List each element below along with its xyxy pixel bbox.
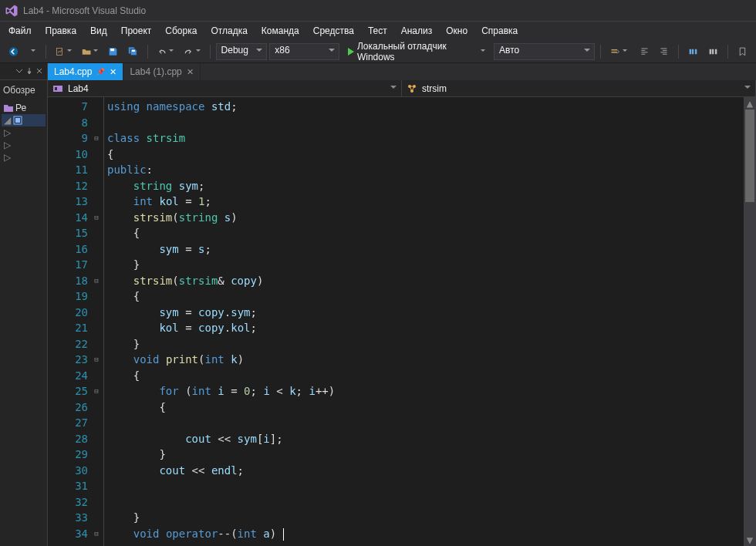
line-number: 7: [48, 99, 88, 115]
undo-button[interactable]: [154, 43, 177, 60]
menu-item-4[interactable]: Сборка: [158, 23, 204, 39]
tree-row[interactable]: ▷: [2, 151, 46, 163]
code-line[interactable]: }: [107, 336, 744, 352]
menu-item-11[interactable]: Справка: [474, 23, 525, 39]
code-line[interactable]: [107, 478, 744, 494]
nav-forward-button[interactable]: [25, 43, 40, 60]
close-icon[interactable]: ✕: [110, 67, 116, 77]
open-file-button[interactable]: [78, 43, 102, 60]
code-line[interactable]: for (int i = 0; i < k; i++): [107, 383, 744, 399]
code-line[interactable]: cout << endl;: [107, 463, 744, 479]
code-line[interactable]: }: [107, 257, 744, 273]
code-line[interactable]: using namespace std;: [107, 99, 744, 115]
start-debug-button[interactable]: Локальный отладчик Windows: [342, 43, 491, 60]
tree-label: Ре: [15, 103, 26, 113]
nav-member-dropdown[interactable]: strsim: [402, 80, 756, 96]
svg-rect-4: [612, 49, 618, 50]
fold-toggle[interactable]: ⊟: [89, 526, 103, 542]
line-number: 33: [48, 510, 88, 526]
scrollbar-thumb[interactable]: [745, 110, 754, 202]
tree-row-solution[interactable]: Ре: [2, 102, 46, 114]
redo-button[interactable]: [180, 43, 204, 60]
code-line[interactable]: [107, 115, 744, 131]
fold-toggle[interactable]: ⊟: [89, 383, 103, 399]
code-line[interactable]: {: [107, 399, 744, 416]
code-line[interactable]: void operator--(int a): [107, 526, 744, 542]
code-line[interactable]: void print(int k): [107, 352, 744, 368]
menu-item-6[interactable]: Команда: [255, 23, 306, 39]
new-file-button[interactable]: [52, 43, 76, 60]
file-tab-1[interactable]: Lab4 (1).cpp✕: [123, 63, 200, 80]
code-line[interactable]: strsim(string s): [107, 210, 744, 226]
code-line[interactable]: sym = copy.sym;: [107, 305, 744, 321]
close-icon[interactable]: ✕: [187, 67, 194, 77]
line-number: 10: [48, 147, 88, 163]
code-line[interactable]: {: [107, 368, 744, 384]
code-line[interactable]: strsim(strsim& copy): [107, 273, 744, 289]
code-line[interactable]: cout << sym[i];: [107, 431, 744, 447]
code-line[interactable]: public:: [107, 162, 744, 178]
code-line[interactable]: {: [107, 147, 744, 163]
tree-row[interactable]: ▷: [2, 139, 46, 151]
svg-rect-5: [612, 52, 618, 53]
fold-toggle[interactable]: ⊟: [89, 273, 103, 289]
code-line[interactable]: class strsim: [107, 130, 744, 147]
platform-dropdown[interactable]: x86: [269, 43, 339, 60]
code-line[interactable]: [107, 494, 744, 511]
code-line[interactable]: int kol = 1;: [107, 194, 744, 210]
menu-item-5[interactable]: Отладка: [204, 23, 254, 39]
scroll-up-arrow[interactable]: ▲: [744, 97, 756, 110]
tree-row[interactable]: ▷: [2, 126, 46, 139]
pin-icon[interactable]: [25, 67, 35, 76]
menu-item-0[interactable]: Файл: [2, 23, 39, 39]
menu-item-10[interactable]: Окно: [439, 23, 474, 39]
step-button[interactable]: [606, 43, 630, 60]
menu-item-3[interactable]: Проект: [114, 23, 159, 39]
code-line[interactable]: }: [107, 447, 744, 463]
save-all-button[interactable]: [124, 43, 142, 60]
svg-rect-3: [132, 49, 135, 51]
fold-toggle: [89, 478, 103, 494]
code-content[interactable]: using namespace std;class strsim{public:…: [104, 97, 744, 546]
thread-dropdown[interactable]: Авто: [494, 43, 595, 60]
scroll-down-arrow[interactable]: ▼: [744, 534, 756, 546]
file-tab-0[interactable]: Lab4.cpp📌✕: [48, 63, 123, 80]
code-line[interactable]: {: [107, 225, 744, 241]
bookmark-button[interactable]: [734, 43, 751, 60]
nav-scope-dropdown[interactable]: Lab4: [48, 80, 402, 96]
fold-toggle: [89, 320, 103, 336]
code-line[interactable]: {: [107, 288, 744, 305]
menu-item-8[interactable]: Тест: [361, 23, 394, 39]
save-button[interactable]: [104, 43, 122, 60]
menu-item-7[interactable]: Средства: [306, 23, 361, 39]
code-line[interactable]: [107, 415, 744, 431]
fold-toggle[interactable]: ⊟: [89, 210, 103, 226]
code-editor[interactable]: 7891011121314151617181920212223242526272…: [48, 97, 756, 546]
indent-less-button[interactable]: [636, 43, 653, 60]
fold-toggle[interactable]: ⊟: [89, 130, 103, 147]
menu-bar: ФайлПравкаВидПроектСборкаОтладкаКомандаС…: [0, 22, 756, 40]
fold-toggle[interactable]: ⊟: [89, 352, 103, 368]
svg-rect-8: [53, 86, 62, 92]
scrollbar-track[interactable]: [744, 110, 756, 534]
menu-item-1[interactable]: Правка: [39, 23, 84, 39]
pin-icon[interactable]: 📌: [96, 68, 105, 76]
nav-back-button[interactable]: [5, 43, 22, 60]
config-dropdown[interactable]: Debug: [216, 43, 268, 60]
indent-more-button[interactable]: [655, 43, 673, 60]
solution-tree[interactable]: Ре ◢ ▷ ▷ ▷: [0, 100, 47, 546]
code-line[interactable]: string sym;: [107, 178, 744, 194]
menu-item-2[interactable]: Вид: [83, 23, 114, 39]
uncomment-button[interactable]: [704, 43, 722, 60]
fold-toggle: [89, 447, 103, 463]
menu-item-9[interactable]: Анализ: [394, 23, 440, 39]
tree-row-project[interactable]: ◢: [2, 114, 46, 126]
play-icon: [348, 48, 354, 56]
code-line[interactable]: sym = s;: [107, 241, 744, 258]
code-line[interactable]: kol = copy.kol;: [107, 320, 744, 336]
comment-button[interactable]: [684, 43, 702, 60]
code-line[interactable]: }: [107, 510, 744, 526]
close-icon[interactable]: [35, 67, 45, 76]
dropdown-icon[interactable]: [15, 67, 25, 76]
vertical-scrollbar[interactable]: ▲ ▼: [744, 97, 756, 546]
